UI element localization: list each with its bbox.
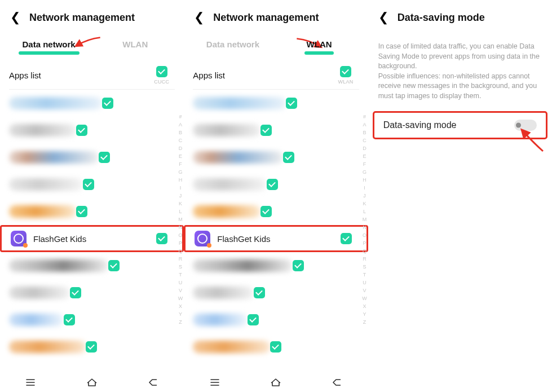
nav-back-icon[interactable]	[147, 376, 160, 389]
allow-checkbox[interactable]	[108, 260, 120, 271]
nav-menu-icon[interactable]	[24, 376, 37, 389]
app-row-flashget-kids[interactable]: FlashGet Kids	[184, 225, 368, 252]
alpha-index-letter[interactable]: H	[363, 176, 366, 184]
allow-checkbox[interactable]	[283, 152, 294, 163]
allow-checkbox[interactable]	[260, 206, 272, 217]
data-saving-toggle[interactable]	[514, 120, 537, 131]
alpha-index-letter[interactable]: #	[179, 113, 182, 121]
alpha-index-letter[interactable]: T	[363, 271, 366, 279]
app-row[interactable]	[0, 144, 184, 171]
alpha-index-letter[interactable]: Q	[179, 247, 183, 255]
alpha-index-letter[interactable]: A	[179, 121, 182, 129]
alpha-index-letter[interactable]: E	[363, 152, 366, 160]
nav-home-icon[interactable]	[270, 376, 282, 389]
app-row[interactable]	[184, 198, 368, 225]
alpha-index-letter[interactable]: B	[179, 129, 182, 136]
app-row[interactable]	[184, 171, 368, 198]
app-row-flashget-kids[interactable]: FlashGet Kids	[0, 225, 184, 252]
alpha-index-letter[interactable]: Z	[363, 318, 366, 326]
allow-checkbox[interactable]	[286, 98, 297, 109]
alpha-index-letter[interactable]: T	[179, 271, 182, 279]
app-row[interactable]	[0, 198, 184, 225]
alpha-index-letter[interactable]: X	[363, 302, 366, 310]
app-row[interactable]	[0, 279, 184, 306]
alpha-index-letter[interactable]: S	[179, 263, 182, 271]
alpha-index-letter[interactable]: K	[179, 200, 182, 208]
alpha-index-letter[interactable]: Q	[363, 247, 366, 255]
app-row[interactable]	[184, 333, 368, 360]
allow-checkbox[interactable]	[102, 98, 113, 109]
alpha-index-letter[interactable]: N	[179, 223, 183, 231]
alpha-index-letter[interactable]: O	[363, 231, 366, 239]
alpha-index-letter[interactable]: Y	[179, 310, 182, 318]
allow-checkbox[interactable]	[260, 125, 272, 136]
alpha-index-letter[interactable]: J	[179, 192, 182, 200]
alpha-index-letter[interactable]: E	[179, 152, 182, 160]
allow-checkbox[interactable]	[76, 125, 87, 136]
tab-wlan[interactable]: WLAN	[276, 36, 363, 55]
alpha-index[interactable]: #ABCDEFGHIJKLMNOPQRSTUVWXYZ	[362, 113, 367, 326]
alpha-index-letter[interactable]: X	[179, 302, 182, 310]
alpha-index-letter[interactable]: C	[363, 136, 366, 144]
allow-checkbox[interactable]	[70, 287, 81, 298]
alpha-index-letter[interactable]: S	[363, 263, 366, 271]
alpha-index-letter[interactable]: F	[363, 160, 366, 168]
alpha-index-letter[interactable]: O	[179, 231, 183, 239]
alpha-index-letter[interactable]: Z	[179, 318, 182, 326]
app-row[interactable]	[184, 144, 368, 171]
select-all-checkbox[interactable]	[156, 66, 167, 77]
back-icon[interactable]: ❮	[378, 11, 388, 24]
select-all-checkbox[interactable]	[340, 66, 351, 77]
alpha-index-letter[interactable]: G	[179, 168, 183, 176]
app-row[interactable]	[0, 333, 184, 360]
alpha-index-letter[interactable]: #	[363, 113, 366, 121]
alpha-index-letter[interactable]: B	[363, 129, 366, 136]
app-row[interactable]	[184, 306, 368, 333]
alpha-index-letter[interactable]: P	[179, 239, 182, 247]
alpha-index-letter[interactable]: U	[363, 279, 366, 287]
alpha-index-letter[interactable]: H	[179, 176, 183, 184]
allow-checkbox[interactable]	[99, 152, 110, 163]
app-row[interactable]	[0, 252, 184, 279]
app-row[interactable]	[184, 252, 368, 279]
alpha-index-letter[interactable]: V	[363, 287, 366, 294]
back-icon[interactable]: ❮	[10, 11, 20, 24]
alpha-index-letter[interactable]: Y	[363, 310, 366, 318]
alpha-index-letter[interactable]: U	[179, 279, 183, 287]
allow-checkbox[interactable]	[86, 341, 97, 353]
alpha-index-letter[interactable]: K	[363, 200, 366, 208]
alpha-index-letter[interactable]: D	[179, 144, 183, 152]
tab-data-network[interactable]: Data network	[6, 36, 92, 55]
allow-checkbox[interactable]	[156, 233, 167, 244]
alpha-index-letter[interactable]: R	[363, 255, 366, 263]
nav-home-icon[interactable]	[86, 376, 98, 389]
app-row[interactable]	[184, 117, 368, 144]
allow-checkbox[interactable]	[64, 314, 75, 325]
alpha-index-letter[interactable]: M	[363, 215, 367, 223]
alpha-index-letter[interactable]: N	[363, 223, 366, 231]
nav-back-icon[interactable]	[331, 376, 343, 389]
app-row[interactable]	[0, 306, 184, 333]
alpha-index-letter[interactable]: M	[178, 215, 183, 223]
allow-checkbox[interactable]	[83, 179, 94, 190]
alpha-index-letter[interactable]: I	[180, 184, 182, 192]
alpha-index-letter[interactable]: J	[363, 192, 366, 200]
app-row[interactable]	[0, 117, 184, 144]
alpha-index-letter[interactable]: W	[362, 294, 367, 302]
alpha-index-letter[interactable]: D	[363, 144, 366, 152]
app-row[interactable]	[0, 90, 184, 117]
alpha-index-letter[interactable]: V	[179, 287, 182, 294]
nav-menu-icon[interactable]	[209, 376, 221, 389]
app-row[interactable]	[0, 171, 184, 198]
tab-wlan[interactable]: WLAN	[92, 36, 178, 55]
app-row[interactable]	[184, 279, 368, 306]
alpha-index[interactable]: #ABCDEFGHIJKLMNOPQRSTUVWXYZ	[178, 113, 183, 326]
allow-checkbox[interactable]	[293, 260, 304, 271]
allow-checkbox[interactable]	[341, 233, 352, 244]
alpha-index-letter[interactable]: W	[178, 294, 183, 302]
allow-checkbox[interactable]	[267, 179, 278, 190]
app-row[interactable]	[184, 90, 368, 117]
alpha-index-letter[interactable]: L	[363, 208, 366, 215]
allow-checkbox[interactable]	[254, 287, 265, 298]
allow-checkbox[interactable]	[76, 206, 87, 217]
